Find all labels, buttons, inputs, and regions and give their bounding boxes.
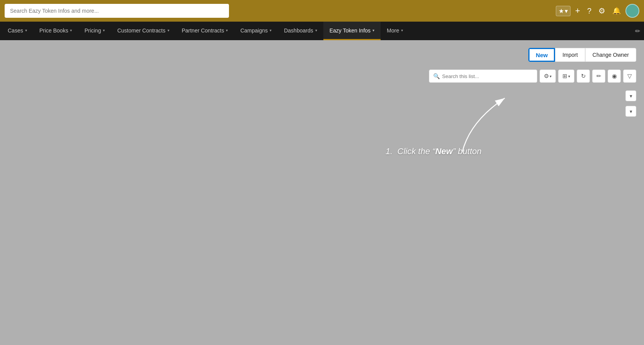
grid-icon: ⊞: [562, 73, 567, 80]
refresh-button[interactable]: ↻: [577, 70, 590, 83]
nav-item-more[interactable]: More ▾: [381, 22, 409, 40]
instruction-arrow: [439, 90, 524, 160]
instruction-annotation: 1. Click the “New” button: [386, 146, 482, 156]
nav-chevron-partner-contracts: ▾: [226, 28, 228, 32]
change-owner-button[interactable]: Change Owner: [585, 48, 636, 62]
chart-button[interactable]: ◉: [608, 70, 621, 83]
nav-item-cases[interactable]: Cases ▾: [2, 22, 33, 40]
list-settings-button[interactable]: ⚙ ▾: [540, 70, 556, 83]
toolbar-area: New Import Change Owner: [528, 48, 636, 62]
notifications-button[interactable]: 🔔: [610, 5, 623, 17]
chevron-down-icon-2: ▾: [630, 109, 632, 114]
grid-chevron-icon: ▾: [568, 74, 570, 78]
global-search-input[interactable]: [5, 4, 229, 18]
user-avatar[interactable]: [625, 4, 639, 18]
nav-item-partner-contracts[interactable]: Partner Contracts ▾: [176, 22, 234, 40]
main-content: New Import Change Owner 🔍 ⚙ ▾ ⊞ ▾ ↻ ✏ ◉ …: [0, 40, 644, 345]
search-list-area: 🔍 ⚙ ▾ ⊞ ▾ ↻ ✏ ◉ ▽: [429, 70, 636, 83]
search-list-wrap: 🔍: [429, 70, 537, 83]
settings-chevron-icon: ▾: [550, 74, 552, 78]
plus-icon: +: [575, 6, 580, 16]
nav-chevron-dashboards: ▾: [315, 28, 317, 32]
nav-item-campaigns[interactable]: Campaigns ▾: [234, 22, 278, 40]
nav-label-campaigns: Campaigns: [240, 27, 268, 34]
settings-icon: ⚙: [544, 73, 549, 80]
chevron-down-icon: ▾: [630, 93, 632, 99]
nav-label-more: More: [387, 27, 399, 34]
nav-label-price-books: Price Books: [39, 27, 68, 34]
search-list-input[interactable]: [442, 73, 533, 79]
favorites-button[interactable]: ★ ▾: [556, 6, 571, 16]
filter-icon: ▽: [627, 73, 632, 80]
star-icon: ★: [559, 7, 564, 15]
nav-label-partner-contracts: Partner Contracts: [182, 27, 224, 34]
nav-bar: Cases ▾ Price Books ▾ Pricing ▾ Customer…: [0, 22, 644, 40]
nav-item-pricing[interactable]: Pricing ▾: [78, 22, 111, 40]
nav-label-cases: Cases: [8, 27, 23, 34]
filter-button[interactable]: ▽: [623, 70, 636, 83]
help-button[interactable]: ?: [585, 5, 594, 17]
grid-view-button[interactable]: ⊞ ▾: [558, 70, 574, 83]
top-bar: ★ ▾ + ? ⚙ 🔔: [0, 0, 644, 22]
import-button[interactable]: Import: [555, 48, 585, 62]
chevron-row: ▾: [625, 90, 636, 101]
bell-icon: 🔔: [612, 7, 621, 15]
nav-item-eazy-token-infos[interactable]: Eazy Token Infos ▾: [323, 22, 381, 40]
nav-chevron-eazy-token-infos: ▾: [372, 28, 374, 32]
refresh-icon: ↻: [581, 73, 586, 80]
nav-item-dashboards[interactable]: Dashboards ▾: [278, 22, 323, 40]
new-button[interactable]: New: [528, 48, 555, 62]
edit-columns-button[interactable]: ✏: [592, 70, 605, 83]
nav-spacer: [409, 22, 633, 40]
search-list-icon: 🔍: [433, 73, 440, 79]
edit-icon: ✏: [596, 73, 601, 80]
nav-label-customer-contracts: Customer Contracts: [117, 27, 165, 34]
gear-icon: ⚙: [598, 6, 605, 15]
annotation-bold: New: [435, 146, 453, 156]
fav-chevron-icon: ▾: [565, 7, 568, 15]
nav-label-eazy-token-infos: Eazy Token Infos: [330, 27, 371, 34]
nav-chevron-price-books: ▾: [70, 28, 72, 32]
nav-label-dashboards: Dashboards: [284, 27, 313, 34]
chart-icon: ◉: [612, 73, 617, 80]
nav-chevron-cases: ▾: [25, 28, 27, 32]
expand-section-button[interactable]: ▾: [625, 90, 636, 101]
dropdown-area: ▾: [625, 106, 636, 117]
add-button[interactable]: +: [573, 4, 583, 17]
nav-chevron-pricing: ▾: [103, 28, 105, 32]
settings-gear-button[interactable]: ⚙: [596, 5, 608, 17]
help-icon: ?: [587, 7, 591, 15]
top-bar-icons: ★ ▾ + ? ⚙ 🔔: [556, 4, 639, 18]
nav-item-price-books[interactable]: Price Books ▾: [33, 22, 79, 40]
nav-chevron-campaigns: ▾: [270, 28, 272, 32]
nav-item-customer-contracts[interactable]: Customer Contracts ▾: [111, 22, 175, 40]
nav-chevron-more: ▾: [401, 28, 403, 32]
dropdown-expand-button[interactable]: ▾: [625, 106, 636, 117]
nav-edit-button[interactable]: ✏: [633, 22, 642, 40]
nav-chevron-customer-contracts: ▾: [167, 28, 169, 32]
nav-label-pricing: Pricing: [84, 27, 101, 34]
